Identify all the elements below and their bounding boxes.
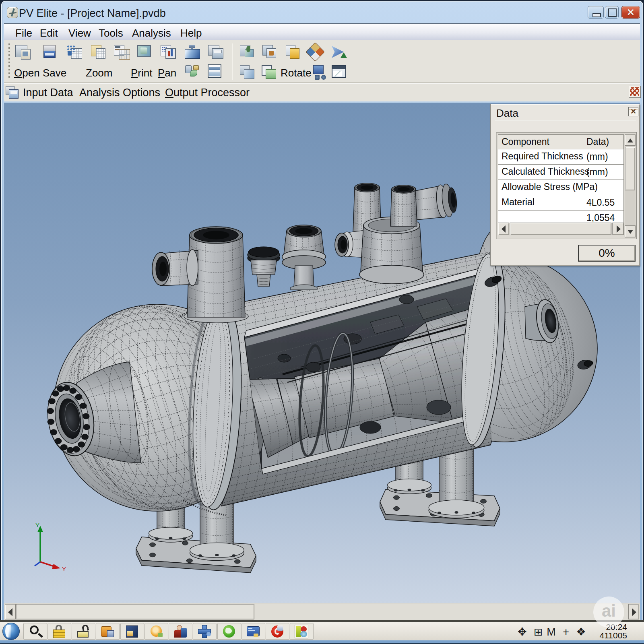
svg-text:Y: Y xyxy=(62,566,66,572)
svg-text:Y: Y xyxy=(35,522,39,528)
